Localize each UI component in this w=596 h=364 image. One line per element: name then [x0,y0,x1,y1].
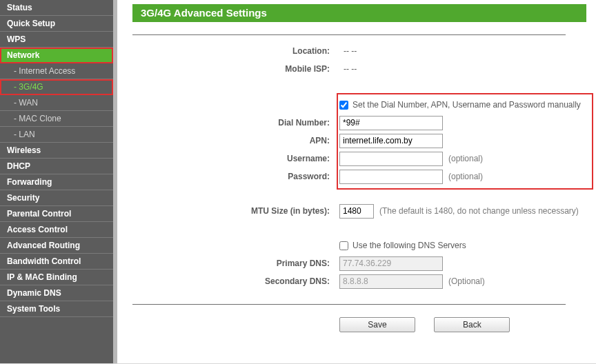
dial-number-label: Dial Number: [132,118,339,128]
secondary-dns-input[interactable] [339,274,443,289]
username-input[interactable] [339,152,443,166]
page-title: 3G/4G Advanced Settings [132,4,586,22]
sidebar-subitem-lan[interactable]: - LAN [0,127,113,143]
mtu-input[interactable] [339,204,374,219]
secondary-dns-label: Secondary DNS: [132,276,339,286]
divider [132,34,566,35]
mobile-isp-value: -- -- [339,64,357,74]
primary-dns-label: Primary DNS: [132,259,339,268]
sidebar-item-parental-control[interactable]: Parental Control [0,206,113,222]
location-label: Location: [132,46,339,56]
main-panel: 3G/4G Advanced Settings Location: -- -- … [117,0,596,363]
sidebar: StatusQuick SetupWPSNetwork- Internet Ac… [0,0,117,363]
apn-input[interactable] [339,134,443,148]
sidebar-item-advanced-routing[interactable]: Advanced Routing [0,238,113,254]
password-label: Password: [132,172,339,181]
sidebar-item-wireless[interactable]: Wireless [0,143,113,159]
username-label: Username: [132,154,339,163]
use-dns-checkbox[interactable] [339,241,348,250]
secondary-dns-hint: (Optional) [448,276,485,286]
password-hint: (optional) [448,172,483,181]
mtu-hint: (The default is 1480, do not change unle… [379,206,579,216]
sidebar-item-status[interactable]: Status [0,0,113,16]
mobile-isp-label: Mobile ISP: [132,64,339,74]
apn-label: APN: [132,136,339,145]
sidebar-item-dhcp[interactable]: DHCP [0,159,113,174]
sidebar-item-ip-mac-binding[interactable]: IP & MAC Binding [0,270,113,285]
manual-settings-label: Set the Dial Number, APN, Username and P… [352,100,581,110]
password-input[interactable] [339,170,443,184]
sidebar-item-access-control[interactable]: Access Control [0,222,113,238]
sidebar-item-dynamic-dns[interactable]: Dynamic DNS [0,285,113,301]
settings-form: Location: -- -- Mobile ISP: -- -- Set th… [132,42,586,332]
sidebar-item-network[interactable]: Network [0,48,113,63]
back-button[interactable]: Back [434,317,510,332]
sidebar-item-wps[interactable]: WPS [0,32,113,48]
sidebar-subitem-mac-clone[interactable]: - MAC Clone [0,111,113,127]
sidebar-item-security[interactable]: Security [0,190,113,206]
dial-number-input[interactable] [339,116,443,130]
sidebar-item-bandwidth-control[interactable]: Bandwidth Control [0,254,113,270]
use-dns-label: Use the following DNS Servers [352,241,466,250]
divider [132,304,566,305]
username-hint: (optional) [448,154,483,163]
save-button[interactable]: Save [339,317,415,332]
sidebar-item-quick-setup[interactable]: Quick Setup [0,16,113,32]
mtu-label: MTU Size (in bytes): [132,206,339,216]
sidebar-item-forwarding[interactable]: Forwarding [0,174,113,190]
sidebar-item-system-tools[interactable]: System Tools [0,301,113,317]
sidebar-subitem-internet-access[interactable]: - Internet Access [0,63,113,79]
sidebar-subitem-wan[interactable]: - WAN [0,95,113,111]
location-value: -- -- [339,46,357,56]
manual-settings-checkbox[interactable] [339,101,348,110]
sidebar-subitem-3g-4g[interactable]: - 3G/4G [0,79,113,95]
primary-dns-input[interactable] [339,256,443,271]
